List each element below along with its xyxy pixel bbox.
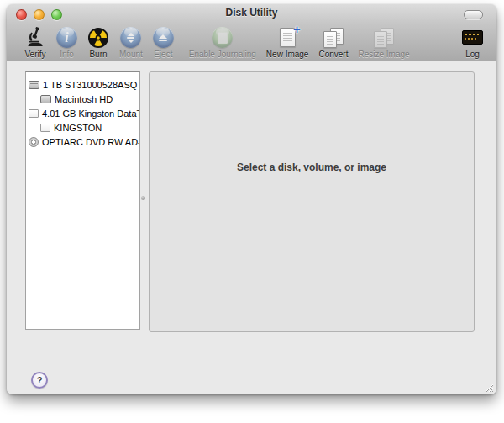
- eject-label: Eject: [154, 50, 172, 59]
- verify-label: Verify: [24, 50, 45, 59]
- empty-selection-message: Select a disk, volume, or image: [150, 161, 474, 173]
- convert-icon: [323, 28, 344, 48]
- mount-label: Mount: [119, 50, 143, 59]
- toolbar: Verify Info: [7, 23, 496, 61]
- info-button: Info: [51, 25, 82, 59]
- list-item-macintosh-hd[interactable]: Macintosh HD: [26, 92, 139, 106]
- verify-button[interactable]: Verify: [19, 25, 51, 59]
- new-image-icon: [280, 28, 296, 47]
- list-item-optical-drive[interactable]: OPTIARC DVD RW AD-5...: [26, 135, 139, 149]
- list-item-label: Macintosh HD: [55, 94, 113, 104]
- info-icon: [56, 27, 77, 48]
- volume-icon: [40, 95, 51, 103]
- list-item-kingston-volume[interactable]: KINGSTON: [26, 120, 139, 135]
- new-image-button[interactable]: New Image: [261, 25, 314, 59]
- log-label: Log: [465, 50, 480, 59]
- resize-image-icon: [374, 28, 394, 48]
- burn-label: Burn: [89, 50, 107, 59]
- enable-journaling-button: Enable Journaling: [184, 25, 261, 59]
- microscope-icon: [24, 25, 46, 50]
- eject-icon: [153, 27, 174, 48]
- resize-image-label: Resize Image: [358, 50, 409, 59]
- burn-button[interactable]: Burn: [82, 25, 114, 59]
- optical-drive-icon: [29, 137, 39, 147]
- detail-pane: Select a disk, volume, or image: [149, 71, 475, 332]
- convert-button[interactable]: Convert: [313, 25, 353, 59]
- mount-button: Mount: [114, 25, 148, 59]
- resize-grip-icon[interactable]: [483, 381, 494, 392]
- device-list: 1 TB ST31000528ASQ M... Macintosh HD 4.0…: [25, 71, 140, 330]
- window-header: Disk Utility Ver: [7, 4, 496, 61]
- burn-icon: [87, 25, 109, 50]
- convert-label: Convert: [318, 50, 348, 59]
- info-label: Info: [60, 50, 74, 59]
- enable-journaling-icon: [212, 27, 233, 48]
- list-item-label: KINGSTON: [54, 123, 102, 133]
- resize-image-button: Resize Image: [353, 25, 414, 59]
- list-item-label: OPTIARC DVD RW AD-5...: [42, 137, 139, 147]
- hard-disk-icon: [29, 81, 39, 89]
- list-item-label: 1 TB ST31000528ASQ M...: [43, 80, 139, 90]
- external-volume-icon: [40, 124, 50, 132]
- splitter-handle[interactable]: [141, 196, 145, 200]
- list-item-hard-disk[interactable]: 1 TB ST31000528ASQ M...: [26, 77, 139, 92]
- eject-button: Eject: [148, 25, 179, 59]
- list-item-kingston-disk[interactable]: 4.01 GB Kingston DataT...: [26, 106, 139, 120]
- window-body: 1 TB ST31000528ASQ M... Macintosh HD 4.0…: [7, 61, 496, 394]
- log-button[interactable]: Log: [457, 25, 488, 59]
- mount-icon: [120, 27, 141, 48]
- list-item-label: 4.01 GB Kingston DataT...: [42, 108, 139, 119]
- help-button[interactable]: ?: [31, 372, 48, 389]
- new-image-label: New Image: [266, 50, 309, 59]
- log-icon: [462, 30, 483, 45]
- enable-journaling-label: Enable Journaling: [189, 50, 256, 59]
- toolbar-toggle-button[interactable]: [464, 10, 483, 19]
- title-bar[interactable]: Disk Utility: [7, 4, 496, 23]
- help-glyph: ?: [37, 375, 43, 385]
- window-title: Disk Utility: [7, 7, 496, 19]
- external-disk-icon: [29, 109, 39, 118]
- disk-utility-window: Disk Utility Ver: [7, 4, 496, 394]
